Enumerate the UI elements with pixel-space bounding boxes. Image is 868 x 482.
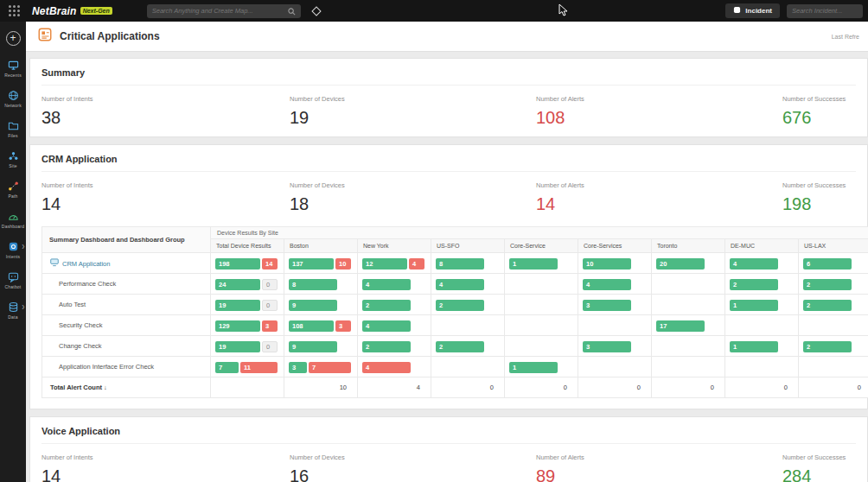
total-alert-value: 0: [431, 377, 505, 398]
row-label-text: Auto Test: [59, 301, 86, 308]
row-label-security-check[interactable]: Security Check: [42, 315, 211, 336]
sidebar-item-label: Files: [8, 133, 18, 138]
logo-text: NetBrain: [32, 5, 77, 17]
search-icon[interactable]: [288, 3, 296, 19]
result-cell: 10: [578, 253, 652, 274]
section-title-summary: Summary: [41, 67, 856, 86]
page-header: Critical Applications Last Refre: [26, 22, 868, 52]
row-label-auto-test[interactable]: Auto Test: [42, 295, 211, 315]
summary-section: Summary Number of Intents38Number of Dev…: [29, 58, 868, 137]
result-pill-red: 10: [335, 258, 351, 270]
metric-number-of-alerts: Number of Alerts14: [536, 181, 782, 212]
metric-label: Number of Devices: [290, 95, 536, 103]
sidebar-item-intents[interactable]: Intents❯: [0, 240, 26, 259]
sidebar-item-path[interactable]: Path: [0, 180, 26, 199]
result-cell: 4: [358, 274, 431, 295]
result-pill-green: 4: [583, 279, 631, 290]
metric-number-of-successes: Number of Successes676: [782, 95, 856, 126]
table-row: CRM Application198141371012481102046: [42, 253, 868, 274]
result-cell: [578, 357, 652, 377]
sidebar-item-label: Network: [4, 103, 22, 108]
result-pill-green: 9: [289, 300, 337, 311]
result-pill-green: 2: [803, 341, 852, 352]
total-alert-count-text: Total Alert Count: [50, 384, 104, 391]
total-alert-count-label[interactable]: Total Alert Count ↓: [42, 377, 211, 398]
row-label-change-check[interactable]: Change Check: [42, 336, 211, 357]
total-alert-row: Total Alert Count ↓104000000: [42, 377, 868, 398]
metric-number-of-alerts: Number of Alerts108: [536, 95, 782, 126]
add-button[interactable]: +: [6, 31, 21, 46]
result-cell: [578, 315, 652, 336]
last-refresh-label[interactable]: Last Refre: [832, 34, 859, 40]
incident-button[interactable]: Incident: [725, 3, 780, 18]
map-diamond-icon[interactable]: [311, 6, 321, 16]
table-row: Application Interface Error Check7113741: [42, 357, 868, 377]
sort-descending-icon: ↓: [104, 384, 107, 391]
result-pill-green: 1: [509, 258, 558, 270]
result-cell: 1: [725, 295, 799, 315]
metric-value: 198: [782, 195, 856, 212]
result-pill-green: 2: [436, 341, 484, 352]
sidebar-item-recents[interactable]: Recents: [0, 59, 26, 78]
result-pill-green: 198: [215, 258, 260, 270]
result-cell: 2: [358, 336, 431, 357]
result-pill-red: 7: [309, 362, 351, 373]
next-gen-badge: Next-Gen: [80, 7, 112, 15]
sidebar-item-files[interactable]: Files: [0, 119, 26, 138]
left-sidebar: + RecentsNetworkFilesSitePathDashboardIn…: [0, 22, 26, 482]
metric-label: Number of Successes: [782, 453, 856, 461]
table-row: Security Check12931083417: [42, 315, 868, 336]
row-label-crm-application[interactable]: CRM Application: [42, 253, 211, 274]
chevron-right-icon: ❯: [22, 304, 25, 309]
total-alert-value: 0: [799, 377, 868, 398]
metric-value: 89: [536, 467, 782, 482]
total-alert-value: 0: [578, 377, 652, 398]
sidebar-item-label: Intents: [6, 254, 20, 259]
sidebar-item-data[interactable]: Data❯: [0, 301, 26, 320]
result-pill-green: 19: [215, 341, 260, 352]
table-results-header: Device Results By Site: [211, 227, 868, 239]
sidebar-item-chatbot[interactable]: Chatbot: [0, 270, 26, 289]
sidebar-item-dashboard[interactable]: Dashboard: [0, 210, 26, 229]
top-bar: NetBrain Next-Gen Incident: [0, 0, 868, 22]
table-row: Change Check190922312: [42, 336, 868, 357]
column-header-us-sfo: US-SFO: [431, 239, 505, 253]
result-cell: 2: [431, 336, 505, 357]
sidebar-item-label: Site: [9, 163, 16, 168]
metric-label: Number of Intents: [41, 181, 290, 189]
row-label-text: Application Interface Error Check: [59, 363, 154, 371]
result-pill-green: 8: [289, 279, 337, 290]
row-label-application-interface-error-check[interactable]: Application Interface Error Check: [42, 357, 211, 377]
column-header-toronto: Toronto: [652, 239, 725, 253]
row-label-performance-check[interactable]: Performance Check: [42, 274, 211, 295]
metric-label: Number of Alerts: [536, 453, 782, 461]
total-alert-value: 0: [725, 377, 799, 398]
metric-label: Number of Devices: [290, 453, 536, 461]
column-header-de-muc: DE-MUC: [725, 239, 799, 253]
sidebar-item-label: Chatbot: [5, 284, 22, 289]
result-pill-green: 129: [215, 320, 260, 332]
critical-applications-icon: [37, 27, 53, 46]
result-pill-red: 4: [409, 258, 424, 270]
result-cell: 1: [725, 336, 799, 357]
result-cell: [799, 357, 868, 377]
result-pill-green: 6: [803, 258, 852, 270]
files-icon: [7, 119, 19, 131]
result-cell: 9: [284, 295, 358, 315]
result-cell: 3: [578, 336, 652, 357]
app-launcher-icon[interactable]: [9, 5, 20, 16]
incident-search-input[interactable]: [792, 7, 868, 15]
result-cell: 190: [211, 336, 284, 357]
incident-search-box: [787, 4, 863, 18]
metric-label: Number of Intents: [41, 453, 290, 461]
result-pill-green: 20: [656, 258, 705, 270]
global-search-input[interactable]: [152, 7, 288, 15]
sidebar-item-network[interactable]: Network: [0, 89, 26, 108]
intents-icon: [7, 240, 19, 252]
result-pill-green: 12: [362, 258, 407, 270]
result-cell: 1: [505, 357, 578, 377]
result-cell: 4: [431, 274, 505, 295]
column-header-us-lax: US-LAX: [799, 239, 868, 253]
result-pill-green: 2: [803, 279, 852, 290]
sidebar-item-site[interactable]: Site: [0, 149, 26, 168]
